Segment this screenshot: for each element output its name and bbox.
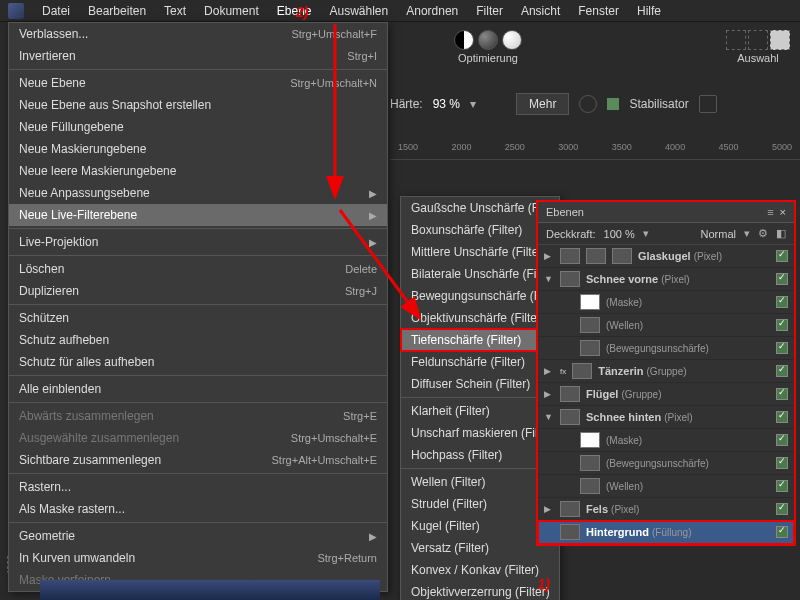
optimierung-icons[interactable]: [454, 30, 522, 50]
layer-row[interactable]: ▼Schnee vorne (Pixel): [538, 268, 794, 291]
menu-anordnen[interactable]: Anordnen: [406, 4, 458, 18]
layer-row[interactable]: (Maske): [538, 429, 794, 452]
menu-item[interactable]: Als Maske rastern...: [9, 498, 387, 520]
tool-extra-icon[interactable]: [699, 95, 717, 113]
menu-ansicht[interactable]: Ansicht: [521, 4, 560, 18]
visibility-checkbox[interactable]: [776, 503, 788, 515]
layer-row[interactable]: ▶Fels (Pixel): [538, 498, 794, 521]
menu-item[interactable]: Neue Füllungebene: [9, 116, 387, 138]
layer-row[interactable]: (Maske): [538, 291, 794, 314]
horizontal-ruler: 15002000250030003500400045005000: [390, 142, 800, 160]
menu-item[interactable]: Rastern...: [9, 476, 387, 498]
visibility-checkbox[interactable]: [776, 365, 788, 377]
tool-options-bar: Härte: 93 % ▾ Mehr Stabilisator: [390, 92, 790, 116]
menu-text[interactable]: Text: [164, 4, 186, 18]
layer-row[interactable]: (Bewegungsunschärfe): [538, 337, 794, 360]
layer-row[interactable]: ▶Flügel (Gruppe): [538, 383, 794, 406]
menu-auswaehlen[interactable]: Auswählen: [329, 4, 388, 18]
fx-icon[interactable]: ◧: [776, 227, 786, 240]
menu-item[interactable]: Neue Live-Filterebene▶: [9, 204, 387, 226]
visibility-checkbox[interactable]: [776, 480, 788, 492]
menu-item[interactable]: LöschenDelete: [9, 258, 387, 280]
visibility-checkbox[interactable]: [776, 457, 788, 469]
layer-row[interactable]: (Wellen): [538, 314, 794, 337]
opacity-label: Deckkraft:: [546, 228, 596, 240]
layer-row[interactable]: ▶Glaskugel (Pixel): [538, 245, 794, 268]
visibility-checkbox[interactable]: [776, 250, 788, 262]
filter-item[interactable]: Objektivverzerrung (Filter): [401, 581, 559, 600]
stabilisator-checkbox[interactable]: [607, 98, 619, 110]
gear-icon[interactable]: ⚙: [758, 227, 768, 240]
visibility-checkbox[interactable]: [776, 411, 788, 423]
menu-item[interactable]: In Kurven umwandelnStrg+Return: [9, 547, 387, 569]
layers-tab-label[interactable]: Ebenen: [546, 206, 584, 218]
haerte-label: Härte:: [390, 97, 423, 111]
layer-row[interactable]: ▼Schnee hinten (Pixel): [538, 406, 794, 429]
menu-dokument[interactable]: Dokument: [204, 4, 259, 18]
visibility-checkbox[interactable]: [776, 526, 788, 538]
menu-item[interactable]: Live-Projektion▶: [9, 231, 387, 253]
menubar: Datei Bearbeiten Text Dokument Ebene Aus…: [0, 0, 800, 22]
menu-item[interactable]: Alle einblenden: [9, 378, 387, 400]
menu-datei[interactable]: Datei: [42, 4, 70, 18]
annotation-step1: 1): [538, 576, 550, 592]
selection-mode-3[interactable]: [770, 30, 790, 50]
annotation-step2: 2): [296, 4, 308, 20]
menu-fenster[interactable]: Fenster: [578, 4, 619, 18]
auswahl-label: Auswahl: [737, 52, 779, 64]
menu-item[interactable]: Schutz aufheben: [9, 329, 387, 351]
auswahl-icons[interactable]: [726, 30, 790, 50]
stabilisator-label: Stabilisator: [629, 97, 688, 111]
pressure-icon[interactable]: [579, 95, 597, 113]
selection-mode-1[interactable]: [726, 30, 746, 50]
visibility-checkbox[interactable]: [776, 273, 788, 285]
menu-hilfe[interactable]: Hilfe: [637, 4, 661, 18]
filter-item[interactable]: Konvex / Konkav (Filter): [401, 559, 559, 581]
visibility-checkbox[interactable]: [776, 342, 788, 354]
midtone-icon[interactable]: [478, 30, 498, 50]
blend-mode-select[interactable]: Normal: [701, 228, 736, 240]
ebene-dropdown-menu: Verblassen...Strg+Umschalt+FInvertierenS…: [8, 22, 388, 592]
layers-panel-close-icon[interactable]: ×: [780, 206, 786, 218]
layer-row[interactable]: Hintergrund (Füllung): [538, 521, 794, 544]
visibility-checkbox[interactable]: [776, 296, 788, 308]
menu-item[interactable]: Neue Ebene aus Snapshot erstellen: [9, 94, 387, 116]
menu-item[interactable]: Neue Maskierungebene: [9, 138, 387, 160]
menu-item[interactable]: Neue leere Maskierungebene: [9, 160, 387, 182]
menu-filter[interactable]: Filter: [476, 4, 503, 18]
menu-item[interactable]: Geometrie▶: [9, 525, 387, 547]
canvas-preview: [40, 580, 380, 600]
menu-item[interactable]: DuplizierenStrg+J: [9, 280, 387, 302]
contrast-icon[interactable]: [454, 30, 474, 50]
menu-item[interactable]: Ausgewählte zusammenlegenStrg+Umschalt+E: [9, 427, 387, 449]
layer-row[interactable]: (Bewegungsunschärfe): [538, 452, 794, 475]
menu-item[interactable]: Schutz für alles aufheben: [9, 351, 387, 373]
menu-item[interactable]: Abwärts zusammenlegenStrg+E: [9, 405, 387, 427]
menu-item[interactable]: Verblassen...Strg+Umschalt+F: [9, 23, 387, 45]
menu-bearbeiten[interactable]: Bearbeiten: [88, 4, 146, 18]
menu-item[interactable]: Neue Anpassungsebene▶: [9, 182, 387, 204]
app-logo: [8, 3, 24, 19]
mehr-button[interactable]: Mehr: [516, 93, 569, 115]
visibility-checkbox[interactable]: [776, 434, 788, 446]
layer-row[interactable]: ▶fxTänzerin (Gruppe): [538, 360, 794, 383]
top-right-tools: Optimierung Auswahl: [454, 30, 790, 64]
layers-panel-menu-icon[interactable]: ≡: [767, 206, 773, 218]
menu-item[interactable]: Neue EbeneStrg+Umschalt+N: [9, 72, 387, 94]
layer-row[interactable]: (Wellen): [538, 475, 794, 498]
visibility-checkbox[interactable]: [776, 319, 788, 331]
layers-panel: Ebenen ≡ × Deckkraft: 100 % ▾ Normal ▾ ⚙…: [536, 200, 796, 546]
haerte-value[interactable]: 93 %: [433, 97, 460, 111]
optimierung-label: Optimierung: [458, 52, 518, 64]
menu-item[interactable]: Schützen: [9, 307, 387, 329]
menu-item[interactable]: InvertierenStrg+I: [9, 45, 387, 67]
visibility-checkbox[interactable]: [776, 388, 788, 400]
highlight-icon[interactable]: [502, 30, 522, 50]
menu-item[interactable]: Sichtbare zusammenlegenStrg+Alt+Umschalt…: [9, 449, 387, 471]
selection-mode-2[interactable]: [748, 30, 768, 50]
opacity-value[interactable]: 100 %: [604, 228, 635, 240]
